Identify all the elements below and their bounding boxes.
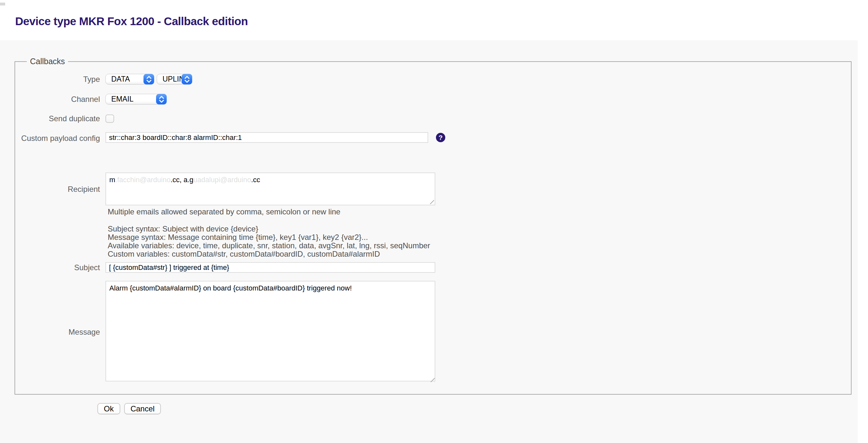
syntax-help-line: Subject syntax: Subject with device {dev… — [108, 225, 851, 233]
select-stepper[interactable] — [182, 74, 192, 85]
recipient-text-segment: .cc, a.g — [170, 176, 193, 184]
resize-handle[interactable] — [428, 198, 434, 204]
up-down-chevrons-icon — [146, 75, 153, 84]
up-down-chevrons-icon — [158, 95, 165, 103]
callbacks-fieldset: Callbacks Type DATA UPLINK Cha — [14, 57, 851, 394]
custom-payload-row: Custom payload config ? — [15, 132, 851, 143]
help-icon[interactable]: ? — [436, 133, 445, 142]
recipient-text-segment: .cc — [251, 176, 260, 184]
custom-payload-input[interactable] — [105, 132, 428, 143]
message-textarea[interactable]: Alarm {customData#alarmID} on board {cus… — [105, 281, 435, 381]
send-duplicate-label: Send duplicate — [15, 114, 100, 123]
page-title: Device type MKR Fox 1200 - Callback edit… — [15, 15, 248, 28]
type-select-data[interactable]: DATA — [105, 74, 154, 85]
type-select-data-value: DATA — [111, 75, 130, 84]
subject-label: Subject — [15, 263, 100, 272]
recipient-hint: Multiple emails allowed separated by com… — [108, 207, 851, 216]
syntax-help-line: Message syntax: Message containing time … — [108, 233, 851, 242]
channel-label: Channel — [15, 94, 100, 104]
type-row: Type DATA UPLINK — [15, 74, 851, 85]
up-down-chevrons-icon — [183, 75, 191, 84]
select-stepper[interactable] — [144, 74, 154, 85]
channel-select[interactable]: EMAIL — [105, 94, 167, 104]
type-label: Type — [15, 74, 100, 84]
form-actions: Ok Cancel — [97, 403, 161, 414]
window-edge-artifact — [0, 3, 5, 5]
subject-input[interactable] — [105, 262, 435, 273]
recipient-label: Recipient — [15, 184, 100, 194]
recipient-text-segment-redacted: uadalupi@arduino — [193, 176, 251, 184]
subject-row: Subject — [15, 262, 851, 273]
custom-payload-label: Custom payload config — [15, 133, 100, 143]
ok-button[interactable]: Ok — [97, 403, 120, 414]
message-row: Message Alarm {customData#alarmID} on bo… — [15, 281, 851, 383]
channel-row: Channel EMAIL — [15, 94, 851, 104]
select-stepper[interactable] — [156, 94, 167, 104]
syntax-help-line: Custom variables: customData#str, custom… — [108, 250, 851, 258]
recipient-textarea[interactable]: m.facchin@arduino.cc, a.guadalupi@arduin… — [105, 172, 435, 205]
message-label: Message — [15, 327, 100, 337]
cancel-button[interactable]: Cancel — [124, 403, 161, 414]
type-select-direction[interactable]: UPLINK — [157, 74, 192, 85]
recipient-row: Recipient m.facchin@arduino.cc, a.guadal… — [15, 172, 851, 205]
send-duplicate-row: Send duplicate — [15, 114, 851, 123]
callbacks-legend: Callbacks — [27, 57, 68, 66]
recipient-text-segment: m — [109, 176, 115, 184]
channel-select-value: EMAIL — [111, 95, 133, 103]
syntax-help-block: Subject syntax: Subject with device {dev… — [108, 225, 851, 258]
recipient-text-segment-redacted: .facchin@arduino — [115, 176, 170, 184]
send-duplicate-checkbox[interactable] — [105, 115, 114, 123]
syntax-help-line: Available variables: device, time, dupli… — [108, 242, 851, 250]
